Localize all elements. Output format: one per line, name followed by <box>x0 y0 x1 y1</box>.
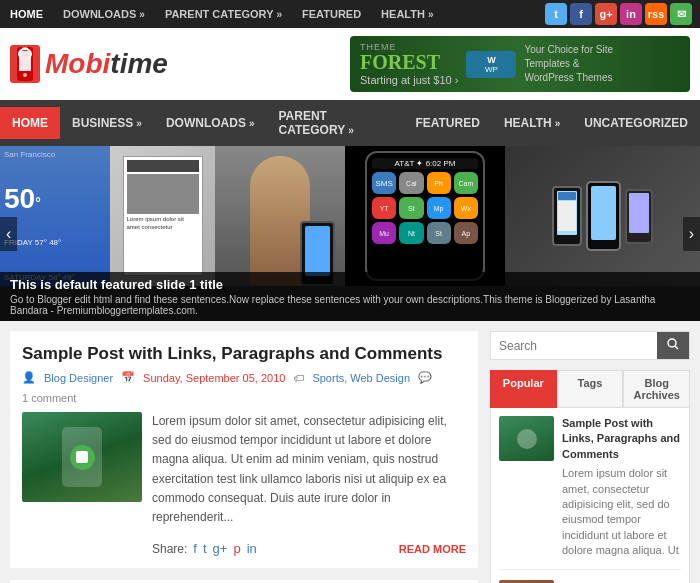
top-nav-home[interactable]: HOME <box>0 0 53 28</box>
sidebar-tab-content: Sample Post with Links, Paragraphs and C… <box>490 408 690 583</box>
main-nav-home[interactable]: HOME <box>0 107 60 139</box>
linkedin-share-icon[interactable]: in <box>247 541 257 556</box>
post-1-share: Share: f t g+ p in <box>152 541 257 556</box>
slider-description: Go to Blogger edit html and find these s… <box>10 294 690 316</box>
main-nav-featured[interactable]: FEATURED <box>403 107 491 139</box>
sidebar-post-1-excerpt: Lorem ipsum dolor sit amet, consectetur … <box>562 466 681 558</box>
logo[interactable]: Mobitime <box>10 45 168 83</box>
post-1-meta: 👤 Blog Designer 📅 Sunday, September 05, … <box>22 371 466 404</box>
facebook-icon[interactable]: f <box>570 3 592 25</box>
sidebar-post-1: Sample Post with Links, Paragraphs and C… <box>499 416 681 570</box>
post-1-date: Sunday, September 05, 2010 <box>143 372 285 384</box>
top-nav-links: HOME DOWNLOADS PARENT CATEGORY FEATURED … <box>0 0 443 28</box>
email-icon[interactable]: ✉ <box>670 3 692 25</box>
svg-point-3 <box>668 339 676 347</box>
content-area: Sample Post with Links, Paragraphs and C… <box>0 321 700 583</box>
svg-point-2 <box>23 73 27 77</box>
share-label: Share: <box>152 542 187 556</box>
slider-next-button[interactable]: › <box>683 217 700 251</box>
search-button[interactable] <box>657 332 689 359</box>
sidebar-search <box>490 331 690 360</box>
tab-popular[interactable]: Popular <box>490 370 557 408</box>
google-plus-icon[interactable]: g+ <box>595 3 617 25</box>
sidebar-tabs: Popular Tags Blog Archives <box>490 370 690 408</box>
sidebar-post-2-title: This is Just Going To Be Another Test Po… <box>562 580 681 583</box>
featured-slider: San Francisco 50° FRIDAY 57° 48° SATURDA… <box>0 146 700 321</box>
ad-themeforest: THEME FOREST Starting at just $10 › <box>360 42 458 86</box>
header-advertisement[interactable]: THEME FOREST Starting at just $10 › W WP… <box>350 36 690 92</box>
post-1-text: Lorem ipsum dolor sit amet, consectetur … <box>152 412 466 556</box>
rss-icon[interactable]: rss <box>645 3 667 25</box>
logo-text: Mobitime <box>45 48 168 80</box>
pinterest-share-icon[interactable]: p <box>233 541 240 556</box>
main-nav-parent-category[interactable]: PARENT CATEGORY <box>266 100 403 146</box>
top-nav-parent-category[interactable]: PARENT CATEGORY <box>155 0 292 28</box>
slider-prev-button[interactable]: ‹ <box>0 217 17 251</box>
main-content: Sample Post with Links, Paragraphs and C… <box>10 331 478 583</box>
post-1-title-link[interactable]: Sample Post with Links, Paragraphs and C… <box>22 344 442 363</box>
main-nav-business[interactable]: BUSINESS <box>60 107 154 139</box>
top-nav-health[interactable]: HEALTH <box>371 0 443 28</box>
post-1-comments: 1 comment <box>22 392 76 404</box>
comment-icon: 💬 <box>418 371 432 384</box>
tab-blog-archives[interactable]: Blog Archives <box>623 370 690 408</box>
svg-line-4 <box>675 346 678 349</box>
post-1-thumbnail <box>22 412 142 502</box>
slider-title: This is default featured slide 1 title <box>10 277 690 292</box>
sidebar: Popular Tags Blog Archives Sample Post w… <box>490 331 690 583</box>
post-1-body: Lorem ipsum dolor sit amet, consectetur … <box>22 412 466 556</box>
top-nav-downloads[interactable]: DOWNLOADS <box>53 0 155 28</box>
google-share-icon[interactable]: g+ <box>213 541 228 556</box>
slide-4: AT&T ✦ 6:02 PM SMS Cal Ph Cam YT St Mp W… <box>345 146 505 286</box>
slide-3 <box>215 146 345 286</box>
post-1-excerpt: Lorem ipsum dolor sit amet, consectetur … <box>152 412 466 527</box>
top-navigation: HOME DOWNLOADS PARENT CATEGORY FEATURED … <box>0 0 700 28</box>
post-1-title: Sample Post with Links, Paragraphs and C… <box>22 343 466 365</box>
sidebar-post-2-thumbnail <box>499 580 554 583</box>
twitter-icon[interactable]: t <box>545 3 567 25</box>
slider-caption: This is default featured slide 1 title G… <box>0 272 700 321</box>
main-nav-downloads[interactable]: DOWNLOADS <box>154 107 267 139</box>
sidebar-post-1-info: Sample Post with Links, Paragraphs and C… <box>562 416 681 559</box>
sidebar-post-2: This is Just Going To Be Another Test Po… <box>499 580 681 583</box>
logo-icon <box>10 45 40 83</box>
calendar-icon: 📅 <box>121 371 135 384</box>
svg-rect-1 <box>19 51 31 71</box>
site-header: Mobitime THEME FOREST Starting at just $… <box>0 28 700 100</box>
post-1-read-more[interactable]: READ MORE <box>399 543 466 555</box>
main-nav-health[interactable]: HEALTH <box>492 107 572 139</box>
top-nav-featured[interactable]: FEATURED <box>292 0 371 28</box>
instagram-icon[interactable]: in <box>620 3 642 25</box>
slide-2: Lorem ipsum dolor sit amet consectetur <box>110 146 215 286</box>
post-1: Sample Post with Links, Paragraphs and C… <box>10 331 478 568</box>
facebook-share-icon[interactable]: f <box>193 541 197 556</box>
sidebar-post-2-info: This is Just Going To Be Another Test Po… <box>562 580 681 583</box>
user-icon: 👤 <box>22 371 36 384</box>
post-1-categories: Sports, Web Design <box>312 372 410 384</box>
tab-tags[interactable]: Tags <box>557 370 624 408</box>
social-icons: t f g+ in rss ✉ <box>545 3 700 25</box>
twitter-share-icon[interactable]: t <box>203 541 207 556</box>
slide-5 <box>505 146 700 286</box>
ad-tagline: Your Choice for Site Templates & WordPre… <box>524 43 624 85</box>
sidebar-post-1-thumbnail <box>499 416 554 461</box>
post-1-author: Blog Designer <box>44 372 113 384</box>
main-nav-uncategorized[interactable]: UNCATEGORIZED <box>572 107 700 139</box>
main-navigation: HOME BUSINESS DOWNLOADS PARENT CATEGORY … <box>0 100 700 146</box>
tag-icon: 🏷 <box>293 372 304 384</box>
sidebar-post-1-title: Sample Post with Links, Paragraphs and C… <box>562 416 681 462</box>
ad-wordpress-badge: W WP <box>466 51 516 78</box>
search-input[interactable] <box>491 332 657 359</box>
